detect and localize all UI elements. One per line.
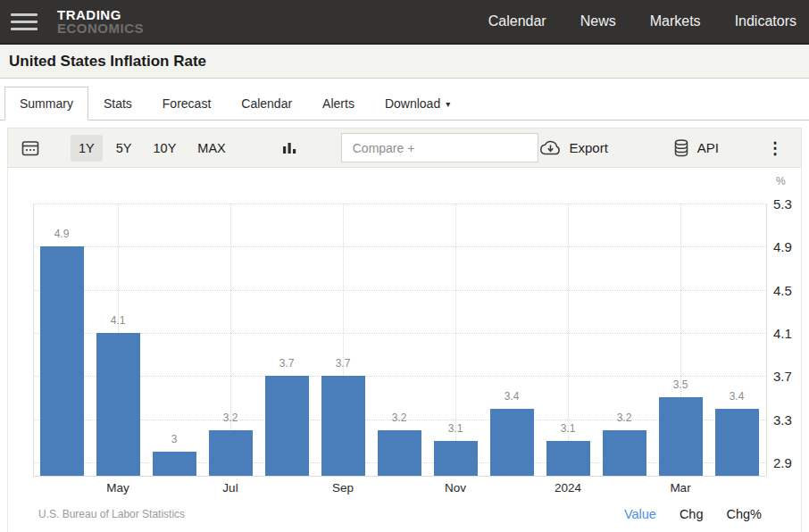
bar[interactable] [490, 409, 534, 476]
nav-item-news[interactable]: News [580, 13, 616, 29]
bar-value-label: 3.7 [336, 357, 351, 370]
x-axis-tick-label: 2024 [555, 481, 581, 495]
bar[interactable] [96, 333, 140, 476]
range-1y-button[interactable]: 1Y [71, 135, 103, 162]
chart-panel: % 5.34.94.54.13.73.32.9MayJulSepNov2024M… [7, 168, 802, 532]
bar-value-label: 3.5 [673, 378, 688, 391]
x-axis-tick-label: Jul [222, 481, 238, 495]
v-gridline [568, 204, 569, 476]
bar[interactable] [546, 441, 590, 476]
bar[interactable] [265, 376, 309, 476]
bar-value-label: 4.9 [54, 228, 70, 240]
h-gridline [33, 376, 766, 377]
page-title: United States Inflation Rate [9, 53, 206, 71]
bar[interactable] [603, 430, 646, 476]
compare-input[interactable] [341, 133, 539, 162]
h-gridline [33, 246, 766, 247]
footer-link-chgpct[interactable]: Chg% [727, 507, 763, 521]
y-axis-tick-label: 3.7 [773, 369, 792, 384]
x-axis-tick-label: May [106, 481, 129, 495]
bar-chart-icon [280, 140, 298, 156]
date-range-calendar-icon[interactable] [21, 138, 40, 158]
v-gridline [455, 204, 456, 476]
data-source-label: U.S. Bureau of Labor Statistics [38, 508, 185, 520]
y-axis-tick-label: 4.1 [773, 326, 792, 341]
api-button[interactable]: API [672, 138, 719, 158]
chart-type-button[interactable] [280, 140, 298, 156]
footer-links: Value Chg Chg% [624, 507, 762, 521]
tab-stats[interactable]: Stats [88, 87, 147, 121]
chart-footer: U.S. Bureau of Labor Statistics Value Ch… [8, 496, 801, 532]
bar-value-label: 3.4 [730, 390, 745, 403]
bar-value-label: 3.2 [392, 411, 407, 424]
chart-toolbar: 1Y 5Y 10Y MAX Export API [7, 128, 802, 168]
x-axis-tick-label: Nov [445, 481, 466, 495]
y-axis-tick-label: 4.9 [773, 239, 792, 254]
h-gridline [33, 290, 766, 291]
right-axis-line [766, 204, 767, 476]
bar[interactable] [378, 430, 421, 476]
bar-value-label: 3.2 [617, 411, 632, 424]
calendar-icon [21, 138, 40, 158]
bar-value-label: 3.4 [505, 390, 520, 403]
tab-download[interactable]: Download ▾ [370, 87, 465, 121]
export-button[interactable]: Export [538, 139, 607, 156]
bottom-axis-line [33, 476, 766, 477]
tab-calendar[interactable]: Calendar [226, 87, 307, 121]
bar[interactable] [715, 409, 759, 476]
caret-down-icon: ▾ [446, 99, 450, 109]
bar-value-label: 3.7 [279, 357, 295, 370]
y-axis-tick-label: 4.5 [773, 283, 792, 298]
nav-item-calendar[interactable]: Calendar [488, 13, 546, 29]
bar[interactable] [153, 452, 196, 476]
chart-plot-area: % 5.34.94.54.13.73.32.9MayJulSepNov2024M… [8, 168, 801, 496]
brand-line1: TRADING [57, 8, 144, 21]
left-axis-line [33, 204, 34, 476]
tab-forecast[interactable]: Forecast [147, 87, 226, 121]
y-axis-unit-label: % [776, 175, 786, 187]
range-5y-button[interactable]: 5Y [108, 135, 140, 162]
kebab-menu-icon[interactable]: ⋮ [767, 140, 783, 156]
bar-value-label: 4.1 [111, 314, 126, 327]
y-axis-tick-label: 5.3 [773, 196, 792, 212]
bar[interactable] [434, 441, 478, 476]
bar-value-label: 3.1 [561, 422, 576, 435]
bar-value-label: 3 [171, 433, 178, 445]
nav-item-markets[interactable]: Markets [650, 13, 701, 29]
toolbar-right: Export API ⋮ [538, 138, 788, 158]
range-10y-button[interactable]: 10Y [146, 135, 185, 162]
title-bar: United States Inflation Rate [0, 45, 809, 79]
nav-item-indicators[interactable]: Indicators [735, 13, 796, 29]
database-icon [672, 138, 690, 158]
bar-value-label: 3.1 [448, 422, 463, 435]
footer-link-value[interactable]: Value [624, 507, 656, 521]
h-gridline [33, 204, 766, 204]
bar[interactable] [209, 430, 253, 476]
bar[interactable] [321, 376, 365, 476]
bar[interactable] [40, 246, 84, 476]
nav-links: Calendar News Markets Indicators [488, 13, 796, 29]
y-axis-tick-label: 3.3 [773, 412, 792, 428]
brand-logo[interactable]: TRADING ECONOMICS [57, 8, 144, 35]
hamburger-menu-icon[interactable] [11, 13, 38, 30]
bar-value-label: 3.2 [223, 411, 238, 424]
x-axis-tick-label: Sep [332, 481, 354, 495]
tabs-row: Summary Stats Forecast Calendar Alerts D… [0, 79, 809, 121]
cloud-download-icon [538, 139, 562, 156]
y-axis-tick-label: 2.9 [773, 455, 792, 470]
brand-line2: ECONOMICS [57, 21, 144, 35]
footer-link-chg[interactable]: Chg [680, 507, 704, 521]
top-navbar: TRADING ECONOMICS Calendar News Markets … [0, 0, 809, 45]
tab-alerts[interactable]: Alerts [307, 87, 370, 121]
tab-summary[interactable]: Summary [4, 87, 88, 121]
range-buttons: 1Y 5Y 10Y MAX [71, 135, 234, 162]
x-axis-tick-label: Mar [670, 481, 690, 495]
range-max-button[interactable]: MAX [189, 135, 233, 162]
bar[interactable] [659, 397, 703, 476]
h-gridline [33, 333, 766, 334]
